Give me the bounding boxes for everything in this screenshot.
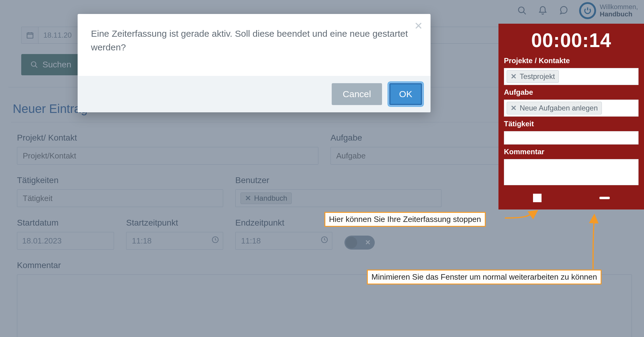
cancel-button[interactable]: Cancel [332,83,382,105]
timer-activity-input[interactable] [504,131,639,145]
remove-tag-icon[interactable]: ✕ [511,72,517,81]
timer-project-field[interactable]: ✕ Testprojekt [504,68,639,85]
timer-projects-label: Projekte / Kontakte [504,56,639,65]
annotation-minimize: Minimieren Sie das Fenster um normal wei… [367,270,602,284]
modal-message: Eine Zeiterfassung ist gerade aktiv. Sol… [78,14,431,76]
modal-footer: Cancel OK [78,76,431,112]
timer-task-label: Aufgabe [504,88,639,97]
confirm-modal: ✕ Eine Zeiterfassung ist gerade aktiv. S… [78,14,431,112]
remove-tag-icon[interactable]: ✕ [511,104,517,112]
timer-comment-textarea[interactable] [504,159,639,185]
timer-display: 00:00:14 [504,29,639,52]
stop-button[interactable] [533,194,542,202]
timer-project-tag-label: Testprojekt [520,72,555,81]
timer-comment-label: Kommentar [504,148,639,156]
timer-project-tag: ✕ Testprojekt [507,70,559,83]
close-icon[interactable]: ✕ [414,21,423,31]
timer-activity-label: Tätigkeit [504,120,639,128]
timer-task-tag: ✕ Neue Aufgaben anlegen [507,102,602,114]
timer-task-tag-label: Neue Aufgaben anlegen [520,104,598,112]
ok-button[interactable]: OK [389,83,422,105]
minimize-button[interactable] [599,197,610,199]
annotation-stop: Hier können Sie Ihre Zeiterfassung stopp… [324,212,486,227]
timer-actions [504,194,639,204]
timer-panel: 00:00:14 Projekte / Kontakte ✕ Testproje… [498,24,644,209]
timer-task-field[interactable]: ✕ Neue Aufgaben anlegen [504,100,639,117]
